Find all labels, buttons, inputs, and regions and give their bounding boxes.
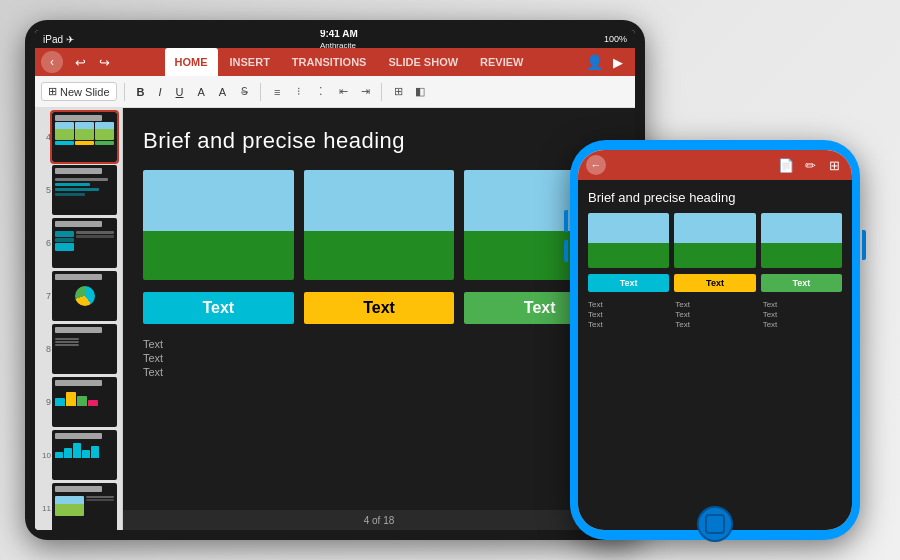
phone-text-1-1: Text xyxy=(588,300,667,309)
slide-thumb-9[interactable] xyxy=(52,377,117,427)
slide-wrapper-9: 9 xyxy=(39,377,118,427)
phone-landscape-3 xyxy=(761,213,842,268)
italic-button[interactable]: I xyxy=(153,84,166,100)
user-icon[interactable]: 👤 xyxy=(583,51,605,73)
tab-transitions[interactable]: TRANSITIONS xyxy=(282,48,377,76)
phone-doc-icon[interactable]: 📄 xyxy=(776,155,796,175)
thumb-content-10 xyxy=(52,430,117,480)
divider-1 xyxy=(124,83,125,101)
thumb-h8 xyxy=(55,327,102,333)
underline-button[interactable]: U xyxy=(171,84,189,100)
slide-wrapper-4: 4 xyxy=(39,112,118,162)
phone-home-button[interactable] xyxy=(697,506,733,542)
indent-right-icon[interactable]: ⇥ xyxy=(356,83,374,101)
indent-left-icon[interactable]: ⇤ xyxy=(334,83,352,101)
table-icon[interactable]: ⊞ xyxy=(389,83,407,101)
slide-thumb-4[interactable] xyxy=(52,112,117,162)
new-slide-button[interactable]: ⊞ New Slide xyxy=(41,82,117,101)
slide-num-11: 11 xyxy=(41,504,51,513)
new-slide-label: New Slide xyxy=(60,86,110,98)
phone-grid-icon[interactable]: ⊞ xyxy=(824,155,844,175)
phone-label-blue[interactable]: Text xyxy=(588,274,669,292)
phone-label-green[interactable]: Text xyxy=(761,274,842,292)
slide-thumb-5[interactable] xyxy=(52,165,117,215)
slide-canvas[interactable]: Brief and precise heading xyxy=(123,108,635,510)
slide-thumb-6[interactable] xyxy=(52,218,117,268)
shapes-icon[interactable]: ◧ xyxy=(411,83,429,101)
tablet-screen: iPad ✈ 9:41 AM Anthracite 100% ‹ ↩ ↪ HOM… xyxy=(35,30,635,530)
label-box-blue[interactable]: Text xyxy=(143,292,294,324)
slide-footer-text: 4 of 18 xyxy=(364,515,395,526)
list-number-icon[interactable]: ⁚ xyxy=(312,83,330,101)
slide-num-5: 5 xyxy=(41,185,51,195)
new-slide-icon: ⊞ xyxy=(48,85,57,98)
slide-image-2 xyxy=(304,170,455,280)
phone-img-3 xyxy=(761,213,842,268)
thumb-content-7 xyxy=(52,271,117,321)
phone-images-row xyxy=(588,213,842,268)
phone-landscape-1 xyxy=(588,213,669,268)
tab-insert[interactable]: INSERT xyxy=(220,48,280,76)
phone-text-col-3: Text Text Text xyxy=(763,300,842,329)
phone-text-3-3: Text xyxy=(763,320,842,329)
thumb-content-11 xyxy=(52,483,117,530)
undo-icon[interactable]: ↩ xyxy=(69,51,91,73)
present-icon[interactable]: ▶ xyxy=(607,51,629,73)
bold-button[interactable]: B xyxy=(132,84,150,100)
label-text-blue: Text xyxy=(202,299,234,317)
label-text-green: Text xyxy=(524,299,556,317)
phone-labels-row: Text Text Text xyxy=(588,274,842,292)
slide-num-6: 6 xyxy=(41,238,51,248)
phone-label-text-blue: Text xyxy=(620,278,638,288)
phone-edit-icon[interactable]: ✏ xyxy=(800,155,820,175)
text-item-1-2: Text xyxy=(143,352,163,364)
phone-home-inner xyxy=(705,514,725,534)
label-text-yellow: Text xyxy=(363,299,395,317)
ribbon-tab-row: ‹ ↩ ↪ HOME INSERT TRANSITIONS SLIDE SHOW… xyxy=(35,48,635,76)
ribbon: ‹ ↩ ↪ HOME INSERT TRANSITIONS SLIDE SHOW… xyxy=(35,48,635,108)
back-button[interactable]: ‹ xyxy=(41,51,63,73)
divider-3 xyxy=(381,83,382,101)
strikethrough-icon[interactable]: S̶ xyxy=(235,83,253,101)
power-button[interactable] xyxy=(862,230,866,260)
thumb-h10 xyxy=(55,433,102,439)
phone-img-2 xyxy=(674,213,755,268)
list-bullet-icon[interactable]: ⁝ xyxy=(290,83,308,101)
phone-label-yellow[interactable]: Text xyxy=(674,274,755,292)
slide-images-row xyxy=(143,170,615,280)
phone-text-3-1: Text xyxy=(763,300,842,309)
thumb-h7 xyxy=(55,274,102,280)
tab-home[interactable]: HOME xyxy=(165,48,218,76)
align-left-icon[interactable]: ≡ xyxy=(268,83,286,101)
phone-screen: ← 📄 ✏ ⊞ Brief and precise heading xyxy=(578,150,852,530)
slide-editor: Brief and precise heading xyxy=(123,108,635,530)
thumb-blue xyxy=(55,141,74,145)
thumb-img-2 xyxy=(75,122,94,140)
tablet-device: iPad ✈ 9:41 AM Anthracite 100% ‹ ↩ ↪ HOM… xyxy=(25,20,645,540)
slide-thumb-8[interactable] xyxy=(52,324,117,374)
label-box-yellow[interactable]: Text xyxy=(304,292,455,324)
text-col-1: Text Text Text xyxy=(143,338,163,378)
phone-back-button[interactable]: ← xyxy=(586,155,606,175)
phone-label-text-yellow: Text xyxy=(706,278,724,288)
thumb-green xyxy=(95,141,114,145)
slide-thumb-11[interactable] xyxy=(52,483,117,530)
tab-slideshow[interactable]: SLIDE SHOW xyxy=(378,48,468,76)
ribbon-tools: ⊞ New Slide B I U A A S̶ ≡ ⁝ ⁚ ⇤ ⇥ ⊞ ◧ xyxy=(35,76,635,108)
slide-heading: Brief and precise heading xyxy=(143,128,615,154)
volume-up-button[interactable] xyxy=(564,210,568,232)
font-color-button[interactable]: A xyxy=(193,84,210,100)
slide-thumb-7[interactable] xyxy=(52,271,117,321)
phone-text-col-2: Text Text Text xyxy=(675,300,754,329)
font-size-button[interactable]: A xyxy=(214,84,231,100)
main-area: 4 xyxy=(35,108,635,530)
volume-down-button[interactable] xyxy=(564,240,568,262)
tab-review[interactable]: REVIEW xyxy=(470,48,533,76)
thumb-content-4 xyxy=(52,112,117,162)
slide-panel[interactable]: 4 xyxy=(35,108,123,530)
thumb-h9 xyxy=(55,380,102,386)
redo-icon[interactable]: ↪ xyxy=(93,51,115,73)
phone-toolbar: ← 📄 ✏ ⊞ xyxy=(578,150,852,180)
slide-thumb-10[interactable] xyxy=(52,430,117,480)
thumb-img-11 xyxy=(55,496,84,516)
